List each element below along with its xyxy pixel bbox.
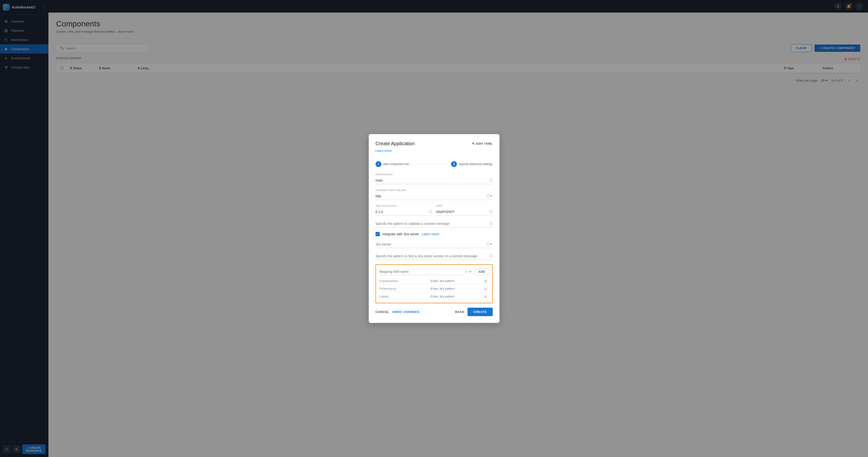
- info-icon-suffix: ⓘ: [489, 209, 493, 214]
- undo-changes-button[interactable]: UNDO CHANGES: [392, 310, 420, 314]
- mapping-pattern-2[interactable]: [431, 294, 479, 299]
- mapping-pattern-1[interactable]: [431, 286, 479, 292]
- modal-overlay: Create Application ✎ EDIT YAML Learn mor…: [0, 0, 868, 457]
- jira-server-input-wrapper: ⓘ ▼: [375, 240, 493, 248]
- add-mapping-button[interactable]: ADD: [475, 268, 489, 275]
- mapping-rows: 🗑 🗑 🗑: [379, 278, 489, 299]
- mapping-header: ⓘ ▼ ADD: [379, 268, 489, 275]
- delete-mapping-row-1[interactable]: 🗑: [482, 287, 489, 291]
- codebase-versioning-field: Codebase versioning type ⓘ ▼: [375, 189, 493, 200]
- step-1: ✓ Add component info: [375, 161, 409, 167]
- step-1-label: Add component info: [383, 162, 409, 166]
- create-button[interactable]: CREATE: [468, 308, 493, 316]
- codebase-versioning-label: Codebase versioning type: [375, 189, 493, 192]
- mapping-pattern-0[interactable]: [431, 278, 479, 284]
- suffix-label: Suffix: [436, 204, 493, 207]
- mapping-field-name-input[interactable]: [379, 268, 465, 275]
- step-2: 2 Specify advanced settings: [451, 161, 493, 167]
- dropdown-icon-versioning[interactable]: ▼: [490, 194, 493, 198]
- mapping-section: ⓘ ▼ ADD 🗑 🗑 🗑: [375, 264, 493, 303]
- dropdown-icon-jira[interactable]: ▼: [490, 242, 493, 246]
- info-icon-jira-pattern: ⓘ: [489, 254, 493, 258]
- default-branch-input[interactable]: [375, 178, 488, 182]
- info-icon-commit: ⓘ: [489, 222, 493, 226]
- commit-pattern-field: ⓘ: [375, 220, 493, 228]
- default-branch-input-wrapper: ⓘ: [375, 177, 493, 184]
- jira-checkbox[interactable]: ✓: [375, 232, 380, 236]
- cancel-button[interactable]: CANCEL: [375, 310, 389, 314]
- start-version-label: Start version from: [375, 204, 432, 207]
- modal-footer: CANCEL UNDO CHANGES BACK CREATE: [375, 308, 493, 316]
- edit-yaml-button[interactable]: ✎ EDIT YAML: [472, 142, 493, 145]
- info-icon-branch: ⓘ: [489, 178, 493, 183]
- mapping-row-0: 🗑: [379, 278, 489, 284]
- step-1-circle: ✓: [375, 161, 381, 167]
- mapping-field-0[interactable]: [379, 278, 428, 284]
- mapping-row-2: 🗑: [379, 294, 489, 299]
- default-branch-field: Default branch ⓘ: [375, 173, 493, 184]
- mapping-field-1[interactable]: [379, 286, 428, 292]
- mapping-field-2[interactable]: [379, 294, 428, 299]
- delete-mapping-row-2[interactable]: 🗑: [482, 295, 489, 298]
- mapping-icons: ⓘ ▼: [465, 270, 472, 274]
- delete-mapping-row-0[interactable]: 🗑: [482, 279, 489, 283]
- jira-server-field: ⓘ ▼: [375, 240, 493, 248]
- jira-integration-row: ✓ Integrate with Jira server Learn more.: [375, 232, 493, 236]
- commit-pattern-input-wrapper: ⓘ: [375, 220, 493, 228]
- suffix-field: Suffix ⓘ: [436, 204, 493, 216]
- codebase-versioning-input-wrapper: ⓘ ▼: [375, 192, 493, 200]
- suffix-input-wrapper: ⓘ: [436, 208, 493, 216]
- start-version-field: Start version from ⓘ: [375, 204, 432, 216]
- jira-pattern-field: ⓘ: [375, 253, 493, 260]
- commit-pattern-input[interactable]: [375, 222, 488, 226]
- info-icon-version: ⓘ: [429, 209, 432, 214]
- version-suffix-row: Start version from ⓘ Suffix ⓘ: [375, 204, 493, 220]
- mapping-row-1: 🗑: [379, 286, 489, 292]
- codebase-versioning-input[interactable]: [375, 194, 485, 198]
- dropdown-icon-mapping[interactable]: ▼: [469, 270, 472, 273]
- info-icon-versioning: ⓘ: [487, 194, 490, 198]
- jira-pattern-input[interactable]: [375, 254, 488, 258]
- suffix-input[interactable]: [436, 210, 488, 214]
- modal-learn-more[interactable]: Learn more.: [375, 149, 393, 153]
- modal-header: Create Application ✎ EDIT YAML: [375, 141, 493, 146]
- stepper: ✓ Add component info 2 Specify advanced …: [375, 161, 493, 167]
- create-application-modal: Create Application ✎ EDIT YAML Learn mor…: [369, 134, 499, 323]
- default-branch-label: Default branch: [375, 173, 493, 176]
- jira-learn-more-link[interactable]: Learn more.: [422, 232, 440, 236]
- modal-title: Create Application: [375, 141, 415, 146]
- info-icon-jira: ⓘ: [487, 242, 490, 247]
- info-icon-mapping: ⓘ: [465, 270, 468, 274]
- start-version-input[interactable]: [375, 210, 427, 214]
- jira-pattern-input-wrapper: ⓘ: [375, 253, 493, 260]
- jira-server-input[interactable]: [375, 242, 485, 246]
- step-2-label: Specify advanced settings: [459, 162, 493, 166]
- step-line: [412, 164, 448, 164]
- back-button[interactable]: BACK: [455, 310, 465, 314]
- jira-label: Integrate with Jira server: [382, 232, 420, 236]
- start-version-input-wrapper: ⓘ: [375, 208, 432, 216]
- step-2-circle: 2: [451, 161, 457, 167]
- pencil-icon: ✎: [472, 142, 475, 145]
